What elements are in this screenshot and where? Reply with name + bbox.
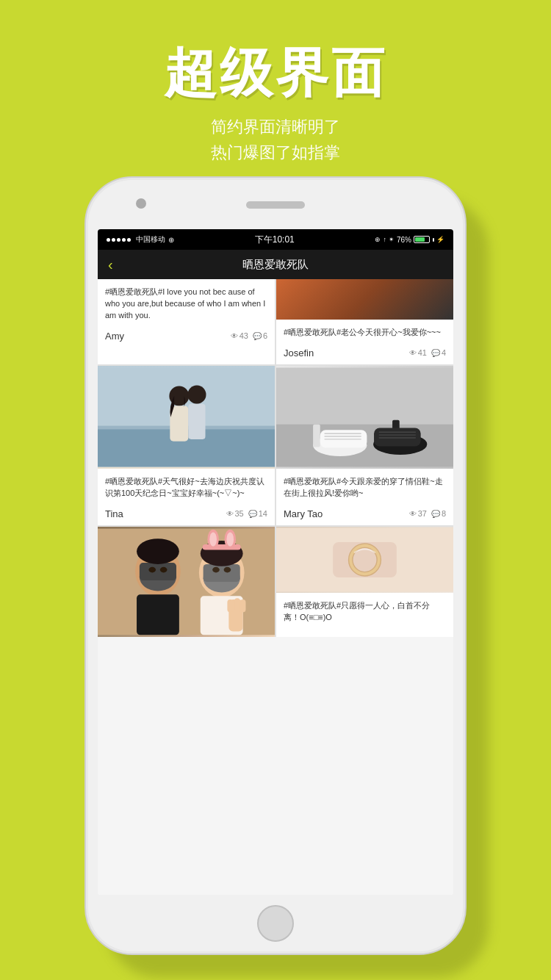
signal-dot-3 [117, 238, 120, 242]
tina-card-footer: Tina 👁 35 💬 14 [105, 505, 267, 521]
phone-side-button-3 [84, 397, 86, 437]
status-left: 中国移动 ⊕ [107, 234, 174, 245]
phone-side-button-right [465, 347, 467, 402]
amy-card[interactable]: #晒恩爱敢死队#I love you not bec ause of who y… [98, 279, 275, 364]
svg-rect-42 [227, 599, 233, 612]
svg-rect-24 [140, 563, 176, 580]
phone-camera [136, 198, 146, 209]
josefin-comments: 💬 4 [431, 348, 446, 357]
battery-pct: 76% [397, 236, 411, 244]
josefin-card-body: #晒恩爱敢死队#老公今天很开心~我爱你~~~ Josefin 👁 41 [276, 320, 453, 364]
josefin-stats: 👁 41 💬 4 [409, 348, 446, 357]
page-header: 超级界面 简约界面清晰明了 热门爆图了如指掌 [0, 0, 551, 188]
svg-rect-10 [313, 425, 320, 447]
svg-rect-35 [203, 544, 241, 550]
page-subtitle: 简约界面清晰明了 热门爆图了如指掌 [0, 114, 551, 165]
mask-card[interactable] [98, 527, 275, 637]
marytao-card[interactable]: #晒恩爱敢死队#今天跟亲爱的穿了情侣鞋~走在街上很拉风!爱你哟~ Mary Ta… [276, 366, 453, 525]
ring-card[interactable]: #晒恩爱敢死队#只愿得一人心，白首不分离！O(≡□≡)O [276, 527, 453, 637]
back-button[interactable]: ‹ [108, 256, 113, 273]
battery-fill [415, 237, 425, 242]
marytao-author: Mary Tao [284, 508, 323, 519]
amy-card-body: #晒恩爱敢死队#I love you not bec ause of who y… [98, 279, 275, 347]
tina-stats: 👁 35 💬 14 [226, 509, 268, 518]
marytao-comments: 💬 8 [431, 509, 446, 518]
charge-icon: ⚡ [436, 236, 444, 243]
battery-tip [433, 238, 434, 242]
ring-card-text: #晒恩爱敢死队#只愿得一人心，白首不分离！O(≡□≡)O [284, 600, 446, 624]
svg-point-39 [226, 532, 234, 546]
svg-rect-21 [98, 529, 275, 635]
svg-point-25 [148, 567, 156, 573]
status-bar: 中国移动 ⊕ 下午10:01 ⊕ ↑ ✴ 76% ⚡ [98, 229, 453, 250]
svg-rect-4 [170, 406, 188, 442]
josefin-card[interactable]: #晒恩爱敢死队#老公今天很开心~我爱你~~~ Josefin 👁 41 [276, 279, 453, 364]
svg-rect-43 [234, 598, 240, 612]
signal-dot-4 [122, 238, 126, 242]
arrow-icon: ↑ [383, 236, 386, 243]
status-time: 下午10:01 [255, 234, 295, 246]
wifi-icon: ⊕ [168, 236, 174, 244]
josefin-views: 👁 41 [409, 348, 427, 357]
status-right: ⊕ ↑ ✴ 76% ⚡ [375, 236, 444, 244]
amy-comments: 💬 6 [253, 331, 267, 340]
amy-stats: 👁 43 💬 6 [231, 331, 267, 340]
svg-rect-44 [240, 599, 246, 612]
tina-comments: 💬 14 [248, 509, 267, 518]
eye-icon-4: 👁 [409, 510, 417, 518]
tina-image [98, 366, 275, 469]
marytao-card-text: #晒恩爱敢死队#今天跟亲爱的穿了情侣鞋~走在街上很拉风!爱你哟~ [284, 476, 446, 500]
location-icon: ⊕ [375, 236, 381, 243]
page-title: 超级界面 [0, 44, 551, 102]
eye-icon: 👁 [231, 332, 238, 340]
tina-views: 👁 35 [226, 509, 244, 518]
signal-dots [107, 238, 131, 242]
svg-point-5 [187, 386, 206, 404]
josefin-card-footer: Josefin 👁 41 💬 4 [284, 345, 446, 360]
marytao-stats: 👁 37 💬 8 [409, 509, 446, 518]
phone-side-button-2 [84, 347, 86, 387]
svg-point-32 [212, 567, 220, 573]
content-area: #晒恩爱敢死队#I love you not bec ause of who y… [98, 279, 453, 895]
amy-views: 👁 43 [231, 331, 248, 340]
tina-card-text: #晒恩爱敢死队#天气很好~去海边庆祝共度认识第100天纪念日~宝宝好幸福~(~▽… [105, 476, 267, 500]
marytao-views: 👁 37 [409, 509, 427, 518]
josefin-card-text: #晒恩爱敢死队#老公今天很开心~我爱你~~~ [284, 327, 446, 339]
marytao-image [276, 366, 453, 469]
phone-side-button-1 [84, 310, 86, 336]
ring-image-svg [276, 527, 453, 593]
tina-card[interactable]: #晒恩爱敢死队#天气很好~去海边庆祝共度认识第100天纪念日~宝宝好幸福~(~▽… [98, 366, 275, 525]
signal-dot-2 [112, 238, 115, 242]
phone-screen: 中国移动 ⊕ 下午10:01 ⊕ ↑ ✴ 76% ⚡ ‹ [98, 229, 453, 895]
mask-image-svg [98, 527, 275, 637]
eye-icon-3: 👁 [226, 510, 234, 518]
phone-body: 中国移动 ⊕ 下午10:01 ⊕ ↑ ✴ 76% ⚡ ‹ [84, 176, 467, 955]
phone-home-button[interactable] [257, 905, 294, 942]
phone-speaker [246, 201, 305, 209]
battery-bar [414, 236, 430, 243]
signal-dot-1 [107, 238, 110, 242]
svg-rect-28 [137, 594, 179, 635]
tina-author: Tina [105, 508, 123, 519]
ring-card-body: #晒恩爱敢死队#只愿得一人心，白首不分离！O(≡□≡)O [276, 593, 453, 634]
svg-rect-17 [374, 428, 421, 446]
svg-point-33 [224, 567, 231, 573]
tina-image-svg [98, 366, 275, 469]
marytao-image-svg [276, 366, 453, 469]
chat-icon-4: 💬 [431, 510, 440, 518]
carrier-name: 中国移动 [136, 234, 165, 245]
tina-card-body: #晒恩爱敢死队#天气很好~去海边庆祝共度认识第100天纪念日~宝宝好幸福~(~▽… [98, 469, 275, 525]
svg-point-27 [137, 538, 179, 564]
amy-author: Amy [105, 331, 124, 342]
svg-point-37 [209, 532, 217, 546]
card-grid: #晒恩爱敢死队#I love you not bec ause of who y… [98, 279, 453, 637]
bluetooth-icon: ✴ [389, 236, 395, 243]
chat-icon: 💬 [253, 332, 262, 340]
svg-rect-6 [188, 404, 205, 439]
svg-rect-31 [204, 564, 240, 582]
signal-dot-5 [127, 238, 131, 242]
phone-mockup: 中国移动 ⊕ 下午10:01 ⊕ ↑ ✴ 76% ⚡ ‹ [84, 176, 467, 955]
mask-image [98, 527, 275, 637]
chat-icon-3: 💬 [248, 510, 257, 518]
josefin-author: Josefin [284, 347, 314, 359]
